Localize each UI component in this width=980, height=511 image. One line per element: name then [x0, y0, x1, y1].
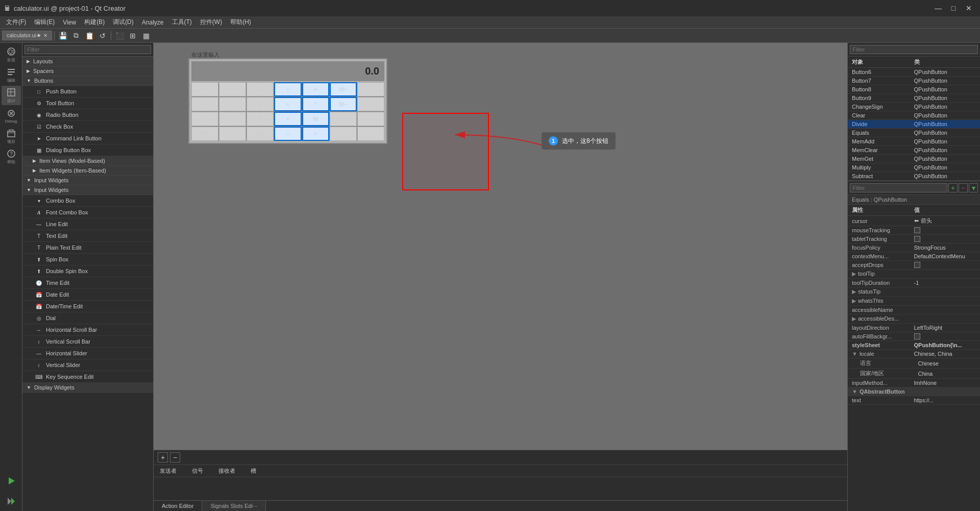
prop-accessibledesc[interactable]: ▶accessibleDes...	[848, 314, 980, 324]
category-spacers[interactable]: ▶ Spacers	[22, 66, 153, 76]
btn-mminus[interactable]: M−	[330, 97, 357, 111]
toolbar-undo[interactable]: ↺	[96, 30, 109, 42]
btn-div[interactable]: ÷	[274, 82, 301, 96]
widget-check-box[interactable]: ☑ Check Box	[22, 121, 153, 133]
widget-key-sequence[interactable]: ⌨ Key Sequence Edit	[22, 371, 153, 383]
object-clear[interactable]: ClearQPushButton	[848, 111, 980, 120]
menu-controls[interactable]: 控件(W)	[196, 17, 226, 28]
close-button[interactable]: ✕	[962, 1, 976, 15]
btn-r3c6[interactable]	[330, 112, 357, 126]
maximize-button[interactable]: □	[946, 1, 961, 15]
toolbar-copy[interactable]: ⧉	[70, 30, 82, 42]
btn-plusminus[interactable]: +/-	[247, 127, 274, 141]
left-filter-input[interactable]	[24, 45, 151, 54]
menu-view[interactable]: View	[59, 18, 80, 27]
sidebar-run[interactable]	[2, 471, 21, 491]
btn-r1c7[interactable]	[357, 82, 384, 96]
mousetracking-checkbox[interactable]	[914, 227, 920, 233]
prop-layoutdirection[interactable]: layoutDirection LeftToRight	[848, 324, 980, 332]
object-memget[interactable]: MemGetQPushButton	[848, 155, 980, 163]
minimize-button[interactable]: —	[931, 1, 945, 15]
object-equals[interactable]: EqualsQPushButton	[848, 129, 980, 137]
widget-command-link[interactable]: ➤ Command Link Button	[22, 133, 153, 144]
btn-ac[interactable]: AC	[191, 127, 218, 141]
prop-text[interactable]: text https://...	[848, 396, 980, 405]
sidebar-design[interactable]: 设计	[2, 86, 21, 105]
btn-minus[interactable]: −	[274, 127, 301, 141]
btn-5[interactable]: 5	[219, 97, 246, 111]
prop-menu-btn[interactable]: ▾	[969, 183, 978, 192]
widget-font-combo-box[interactable]: A Font Combo Box	[22, 207, 153, 218]
prop-focuspolicy[interactable]: focusPolicy StrongFocus	[848, 244, 980, 252]
toolbar-align[interactable]: ⬛	[113, 30, 126, 42]
sidebar-project[interactable]: 项目	[2, 127, 21, 146]
sidebar-help[interactable]: ? 帮助	[2, 147, 21, 166]
autofill-checkbox[interactable]	[914, 333, 920, 339]
menu-debug[interactable]: 调试(D)	[109, 17, 138, 28]
widget-h-slider[interactable]: — Horizontal Slider	[22, 348, 153, 359]
object-subtract[interactable]: SubtractQPushButton	[848, 172, 980, 181]
btn-mul1[interactable]: ×	[302, 82, 329, 96]
prop-contextmenu[interactable]: contextMenu... DefaultContextMenu	[848, 252, 980, 261]
object-button9[interactable]: Button9QPushButton	[848, 94, 980, 103]
widget-line-edit[interactable]: — Line Edit	[22, 218, 153, 230]
btn-star[interactable]: *	[302, 97, 329, 111]
btn-3[interactable]: 3	[247, 112, 274, 126]
sidebar-debug[interactable]: Debug	[2, 106, 21, 126]
btn-9[interactable]: 9	[247, 82, 274, 96]
btn-r2c7[interactable]	[357, 97, 384, 111]
btn-r3c7[interactable]	[357, 112, 384, 126]
menu-help[interactable]: 帮助(H)	[226, 17, 255, 28]
widget-time-edit[interactable]: 🕐 Time Edit	[22, 277, 153, 289]
widget-h-scroll[interactable]: ↔ Horizontal Scroll Bar	[22, 324, 153, 336]
prop-mousetracking[interactable]: mouseTracking	[848, 226, 980, 235]
btn-mul2[interactable]: ×	[274, 97, 301, 111]
object-memclear[interactable]: MemClearQPushButton	[848, 146, 980, 155]
prop-whatsthis[interactable]: ▶whatsThis	[848, 297, 980, 306]
btn-equals[interactable]: =	[302, 127, 329, 141]
prop-inputmethod[interactable]: inputMethod... ImhNone	[848, 379, 980, 387]
object-button8[interactable]: Button8QPushButton	[848, 85, 980, 94]
toolbar-paste[interactable]: 📋	[83, 30, 95, 42]
widget-dial[interactable]: ◎ Dial	[22, 312, 153, 324]
prop-locale[interactable]: ▼locale Chinese, China	[848, 350, 980, 358]
prop-tablettracking[interactable]: tabletTracking	[848, 235, 980, 244]
add-signal-btn[interactable]: +	[158, 452, 168, 463]
object-button6[interactable]: Button6QPushButton	[848, 68, 980, 77]
widget-combo-box[interactable]: ▾ Combo Box	[22, 195, 153, 207]
category-item-views[interactable]: ▶ Item Views (Model-Based)	[22, 156, 153, 166]
widget-v-scroll[interactable]: ↕ Vertical Scroll Bar	[22, 336, 153, 348]
toolbar-layout[interactable]: ▦	[140, 30, 152, 42]
object-changesign[interactable]: ChangeSignQPushButton	[848, 103, 980, 111]
prop-acceptdrops[interactable]: acceptDrops	[848, 261, 980, 270]
btn-2[interactable]: 2	[219, 112, 246, 126]
sidebar-edit[interactable]: 编辑	[2, 65, 21, 85]
prop-cursor[interactable]: cursor ⬅ 箭头	[848, 216, 980, 226]
prop-statustip[interactable]: ▶statusTip	[848, 287, 980, 297]
btn-0[interactable]: 0	[219, 127, 246, 141]
acceptdrops-checkbox[interactable]	[914, 262, 920, 268]
menu-tools[interactable]: 工具(T)	[168, 17, 196, 28]
sidebar-welcome[interactable]: Qt 欢迎	[2, 45, 21, 64]
category-input-widgets[interactable]: ▼ Input Widgets	[22, 185, 153, 195]
widget-datetime-edit[interactable]: 📅 Date/Time Edit	[22, 301, 153, 312]
btn-r4c7[interactable]	[357, 127, 384, 141]
tablettracking-checkbox[interactable]	[914, 236, 920, 242]
widget-v-slider[interactable]: ↕ Vertical Slider	[22, 359, 153, 371]
prop-accessiblename[interactable]: accessibleName	[848, 306, 980, 314]
prop-remove-btn[interactable]: −	[959, 183, 968, 192]
btn-mplus[interactable]: M+	[330, 82, 357, 96]
design-area[interactable]: 在这里输入 0.0 7 8 9 ÷ ×	[154, 43, 847, 450]
btn-7[interactable]: 7	[191, 82, 218, 96]
widget-text-edit[interactable]: T Text Edit	[22, 230, 153, 242]
category-buttons[interactable]: ▼ Buttons	[22, 76, 153, 86]
prop-language[interactable]: 语言 Chinese	[848, 358, 980, 369]
widget-double-spin-box[interactable]: ⬆ Double Spin Box	[22, 265, 153, 277]
btn-8[interactable]: 8	[219, 82, 246, 96]
menu-edit[interactable]: 编辑(E)	[30, 17, 59, 28]
prop-tooltipduration[interactable]: toolTipDuration -1	[848, 279, 980, 287]
object-memadd[interactable]: MemAddQPushButton	[848, 137, 980, 146]
widget-plain-text-edit[interactable]: T Plain Text Edit	[22, 242, 153, 254]
toolbar-grid[interactable]: ⊞	[127, 30, 139, 42]
category-containers[interactable]: ▼ Input Widgets	[22, 176, 153, 185]
